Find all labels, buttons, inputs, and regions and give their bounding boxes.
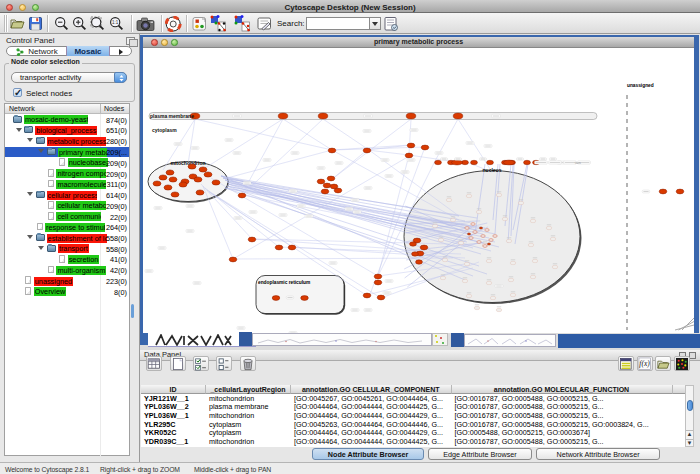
svg-text:plasma membrane: plasma membrane xyxy=(150,113,194,119)
svg-text:1:1: 1:1 xyxy=(112,20,119,25)
svg-text:f(x): f(x) xyxy=(639,359,650,368)
svg-text:unassigned: unassigned xyxy=(627,83,654,88)
svg-text:mitochondrion: mitochondrion xyxy=(171,159,206,165)
svg-text:nucleus: nucleus xyxy=(483,167,502,173)
svg-text:cytoplasm: cytoplasm xyxy=(152,127,177,133)
svg-text:trans: trans xyxy=(575,161,581,165)
svg-text:endoplasmic reticulum: endoplasmic reticulum xyxy=(258,279,310,284)
